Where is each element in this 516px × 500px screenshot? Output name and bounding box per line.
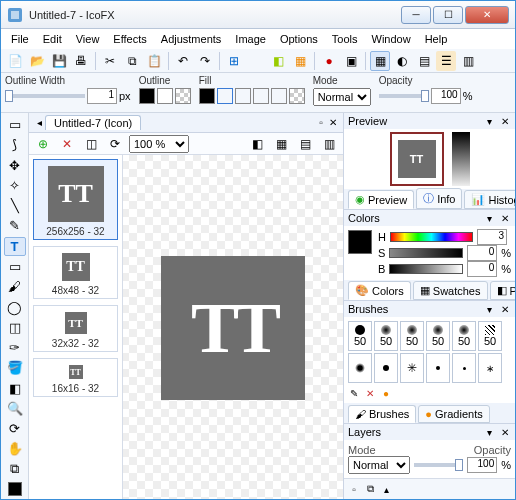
panel-toggle-4[interactable]: ☰ [436,51,456,71]
colors-close-icon[interactable]: ✕ [499,212,511,224]
text-tool[interactable]: T [4,237,26,256]
mode-select[interactable]: Normal [313,88,371,106]
outline-none[interactable] [157,88,173,104]
menu-image[interactable]: Image [229,31,272,47]
lasso-tool[interactable]: ⟆ [4,135,26,154]
minimize-button[interactable]: ─ [401,6,431,24]
image-icon[interactable]: ▦ [290,51,310,71]
gradient-tool[interactable]: ◧ [4,378,26,397]
menu-window[interactable]: Window [366,31,417,47]
save-button[interactable]: 💾 [49,51,69,71]
new-button[interactable]: 📄 [5,51,25,71]
add-size-button[interactable]: ⊕ [33,134,53,154]
size-options-button[interactable]: ◫ [81,134,101,154]
export-button[interactable]: ▣ [341,51,361,71]
menu-view[interactable]: View [70,31,106,47]
document-tab[interactable]: Untitled-7 (Icon) [45,115,141,130]
layer-opacity-slider[interactable] [414,463,463,467]
brush-delete-icon[interactable]: ✕ [364,387,376,399]
panel-toggle-2[interactable]: ◐ [392,51,412,71]
move-tool[interactable]: ✥ [4,156,26,175]
open-button[interactable]: 📂 [27,51,47,71]
brush-preset[interactable]: 50 [478,321,502,351]
layers-menu-icon[interactable]: ▾ [483,426,495,438]
layer-mode-select[interactable]: Normal [348,456,410,474]
refresh-button[interactable]: ⟳ [105,134,125,154]
windows-icon[interactable]: ⊞ [224,51,244,71]
brush-preset[interactable] [348,353,372,383]
menu-options[interactable]: Options [274,31,324,47]
tab-histogram[interactable]: 📊Histogram [464,190,515,209]
layer-up-icon[interactable]: ▴ [380,483,392,495]
brush-new-icon[interactable]: ● [380,387,392,399]
outline-width-slider[interactable] [5,94,85,98]
tab-brushes[interactable]: 🖌Brushes [348,405,416,423]
undo-button[interactable]: ↶ [173,51,193,71]
menu-edit[interactable]: Edit [37,31,68,47]
brush-preset[interactable]: 50 [426,321,450,351]
size-item[interactable]: TT16x16 - 32 [33,358,118,397]
copy-button[interactable]: ⧉ [122,51,142,71]
preview-menu-icon[interactable]: ▾ [483,115,495,127]
size-item[interactable]: TT32x32 - 32 [33,305,118,352]
tab-info[interactable]: ⓘInfo [416,188,462,209]
brush-preset[interactable]: ✳ [400,353,424,383]
print-button[interactable]: 🖶 [71,51,91,71]
outline-transparent[interactable] [175,88,191,104]
eraser-tool[interactable]: ◫ [4,318,26,337]
apple-icon[interactable] [246,51,266,71]
opacity-value[interactable]: 100 [431,88,461,104]
marquee-tool[interactable]: ▭ [4,115,26,134]
tab-gradients[interactable]: ●Gradients [418,405,489,423]
fill-transparent[interactable] [289,88,305,104]
crop-tool[interactable]: ⧉ [4,460,26,479]
tab-close-icon[interactable]: ✕ [327,117,339,129]
hand-tool[interactable]: ✋ [4,439,26,458]
brushes-close-icon[interactable]: ✕ [499,303,511,315]
view-mode-2[interactable]: ▦ [271,134,291,154]
paste-button[interactable]: 📋 [144,51,164,71]
current-color[interactable] [348,230,372,254]
panel-toggle-1[interactable]: ▦ [370,51,390,71]
brush-preset[interactable]: 50 [374,321,398,351]
brush-preset[interactable]: 50 [400,321,424,351]
menu-help[interactable]: Help [419,31,454,47]
view-mode-1[interactable]: ◧ [247,134,267,154]
line-tool[interactable]: ╲ [4,196,26,215]
layer-dup-icon[interactable]: ⧉ [364,483,376,495]
bri-slider[interactable] [389,264,463,274]
preview-close-icon[interactable]: ✕ [499,115,511,127]
fill-style-2[interactable] [235,88,251,104]
brush-preset[interactable]: ∗ [478,353,502,383]
layers-close-icon[interactable]: ✕ [499,426,511,438]
record-button[interactable]: ● [319,51,339,71]
tab-swatches[interactable]: ▦Swatches [413,281,488,300]
menu-file[interactable]: File [5,31,35,47]
brush-edit-icon[interactable]: ✎ [348,387,360,399]
layer-opacity-value[interactable]: 100 [467,457,497,473]
panel-toggle-3[interactable]: ▤ [414,51,434,71]
layer-new-icon[interactable]: ▫ [348,483,360,495]
brush-preset[interactable]: 50 [348,321,372,351]
fill-style-3[interactable] [253,88,269,104]
brush-preset[interactable] [426,353,450,383]
hue-slider[interactable] [390,232,473,242]
sat-value[interactable]: 0 [467,245,497,261]
pencil-tool[interactable]: ✎ [4,216,26,235]
fill-style-1[interactable] [217,88,233,104]
maximize-button[interactable]: ☐ [433,6,463,24]
brush-tool[interactable]: 🖌 [4,277,26,296]
sat-slider[interactable] [389,248,463,258]
bri-value[interactable]: 0 [467,261,497,277]
canvas-area[interactable]: TT [123,155,343,500]
fill-style-4[interactable] [271,88,287,104]
remove-size-button[interactable]: ✕ [57,134,77,154]
eyedropper-tool[interactable]: ✑ [4,338,26,357]
zoom-select[interactable]: 100 % [129,135,189,153]
tab-palette[interactable]: ◧Palette [490,281,516,300]
tab-float-icon[interactable]: ▫ [315,117,327,129]
panel-toggle-5[interactable]: ▥ [458,51,478,71]
brushes-menu-icon[interactable]: ▾ [483,303,495,315]
brush-preset[interactable]: 50 [452,321,476,351]
hue-value[interactable]: 3 [477,229,507,245]
